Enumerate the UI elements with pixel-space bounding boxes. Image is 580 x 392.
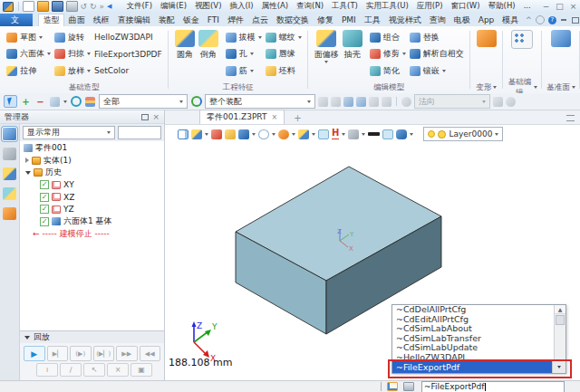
- combo-dropdown-icon[interactable]: [552, 361, 566, 373]
- menu-attribute[interactable]: 属性(A): [257, 1, 292, 12]
- role-manager-icon[interactable]: [3, 207, 16, 220]
- menu-window[interactable]: 窗口(W): [447, 1, 484, 12]
- play-step-button[interactable]: (▶): [70, 346, 92, 361]
- pick-list-icon[interactable]: [49, 96, 61, 107]
- remove-selection-icon[interactable]: −: [34, 96, 46, 107]
- tree-item-stop-marker[interactable]: ← ----- 建模停止 -----: [20, 228, 164, 241]
- curve-tool-button[interactable]: ≀: [36, 363, 58, 377]
- collapse-menu-icon[interactable]: ◀: [107, 2, 111, 11]
- file-menu-button[interactable]: 文件(F): [0, 14, 33, 26]
- expander-expanded-icon[interactable]: [25, 171, 31, 175]
- expander-collapsed-icon[interactable]: [25, 158, 29, 163]
- delete-tool-button[interactable]: ×: [107, 363, 129, 377]
- edit-tool-button[interactable]: ∕: [60, 363, 82, 377]
- tab-direct-edit[interactable]: 直接编辑: [113, 14, 154, 26]
- loft-button[interactable]: 放样: [53, 62, 92, 80]
- help-icon[interactable]: ?: [546, 15, 558, 25]
- tab-data-exchange[interactable]: 数据交换: [272, 14, 313, 26]
- menu-insert[interactable]: 插入(I): [226, 1, 257, 12]
- open-file-icon[interactable]: [37, 1, 49, 12]
- new-file-icon[interactable]: [23, 1, 34, 12]
- exit-icon[interactable]: [178, 129, 188, 139]
- face-offset-button[interactable]: 面偏移: [313, 29, 341, 63]
- layer-visibility-icon[interactable]: [428, 130, 435, 138]
- tree-item-root[interactable]: 零件001: [20, 142, 164, 155]
- redo-icon[interactable]: ↻: [90, 2, 97, 11]
- display-mode-icon[interactable]: [403, 382, 414, 391]
- file-export-3dpdf-button[interactable]: FileExport3DPDF: [92, 46, 164, 63]
- tab-repair[interactable]: 修复: [313, 14, 337, 26]
- fillet-button[interactable]: 圆角: [173, 29, 197, 61]
- image-tool-button[interactable]: ▣: [130, 363, 152, 377]
- link-icon[interactable]: [506, 97, 516, 107]
- constraint-icon-3[interactable]: [343, 97, 353, 107]
- point-pick-icon[interactable]: [225, 129, 236, 139]
- menu-file[interactable]: 文件(F): [122, 1, 157, 12]
- menu-tools[interactable]: 工具(T): [328, 1, 362, 12]
- menu-help[interactable]: 帮助(H): [484, 1, 519, 12]
- command-list-selected-row[interactable]: ~FileExportPdf: [392, 361, 566, 373]
- constraint-icon-5[interactable]: [369, 97, 379, 107]
- hex-display-icon[interactable]: [396, 129, 407, 139]
- tree-item-plane-xy[interactable]: ✓ XY: [20, 179, 164, 192]
- rib-button[interactable]: 筋: [224, 62, 264, 80]
- thread-button[interactable]: 螺纹: [264, 29, 304, 46]
- sweep-button[interactable]: 扫掠: [53, 46, 92, 63]
- tree-search-box[interactable]: [118, 126, 161, 139]
- shaded-display-icon[interactable]: [238, 129, 249, 139]
- menu-view[interactable]: 视图(V): [191, 1, 226, 12]
- constraint-icon-1[interactable]: [318, 97, 328, 107]
- menu-edit[interactable]: 编辑(E): [157, 1, 191, 12]
- constraint-icon-2[interactable]: [331, 97, 341, 107]
- tab-shape[interactable]: 造型: [38, 14, 64, 26]
- rewind-button[interactable]: ◀◀: [140, 346, 161, 361]
- menu-inquire[interactable]: 查询(N): [293, 1, 328, 12]
- tab-weldment[interactable]: 焊件: [223, 14, 247, 26]
- window-maximize-button[interactable]: □: [553, 1, 566, 12]
- anchor-icon[interactable]: [401, 97, 411, 107]
- tree-filter-combo[interactable]: 显示常用: [23, 126, 115, 139]
- command-list-item[interactable]: ~CdDelAllPrtCfg: [392, 305, 566, 315]
- zoom-window-icon[interactable]: [318, 129, 329, 139]
- filter-chart-icon[interactable]: [84, 96, 96, 107]
- checkbox-checked[interactable]: ✓: [40, 180, 49, 189]
- play-to-next-button[interactable]: ▶▏: [47, 346, 69, 361]
- new-tab-icon[interactable]: +: [294, 113, 301, 124]
- render-mode-icon[interactable]: [298, 129, 309, 139]
- section-collapse-icon[interactable]: [24, 336, 30, 339]
- normal-combo[interactable]: 法向: [414, 94, 490, 109]
- tab-point-cloud[interactable]: 点云: [247, 14, 272, 26]
- deform-button[interactable]: [475, 29, 498, 49]
- tab-app[interactable]: App: [474, 14, 498, 26]
- eraser-icon[interactable]: [211, 129, 222, 139]
- spin-view-icon[interactable]: [278, 129, 289, 139]
- constraint-icon-4[interactable]: [356, 97, 366, 107]
- command-list-item[interactable]: ~CdSimLabTransfer: [392, 334, 566, 344]
- trim-button[interactable]: 修剪: [368, 46, 408, 63]
- plane-display-icon[interactable]: [382, 129, 393, 139]
- print-icon[interactable]: [66, 1, 78, 12]
- fast-forward-button[interactable]: ▶▶: [116, 346, 138, 361]
- scroll-up-icon[interactable]: ▲: [555, 305, 566, 314]
- section-view-icon[interactable]: H: [332, 129, 339, 139]
- simplify-button[interactable]: 简化: [368, 62, 408, 80]
- selected-command-label[interactable]: ~FileExportPdf: [392, 361, 552, 373]
- pick-filter-icon[interactable]: [4, 95, 17, 108]
- menu-utilities[interactable]: 实用工具(U): [362, 1, 412, 12]
- command-list-item[interactable]: ~CdSimLabAbout: [392, 324, 566, 334]
- stock-button[interactable]: 坯料: [264, 62, 304, 80]
- visual-manager-icon[interactable]: [3, 187, 16, 200]
- tab-wireframe[interactable]: 线框: [89, 14, 113, 26]
- tab-assembly[interactable]: 装配: [154, 14, 179, 26]
- hole-button[interactable]: 孔: [224, 46, 264, 63]
- tab-tools[interactable]: 工具: [360, 14, 384, 26]
- history-manager-icon[interactable]: [3, 128, 16, 140]
- tab-list-icon[interactable]: [566, 115, 575, 121]
- datum-plane-button[interactable]: [549, 29, 573, 49]
- toolbar-overflow-icon[interactable]: »: [100, 2, 105, 11]
- tab-pmi[interactable]: PMI: [337, 14, 360, 26]
- checkbox-checked[interactable]: ✓: [40, 193, 49, 202]
- tab-close-icon[interactable]: ×: [271, 113, 277, 121]
- resolve-self-intersection-button[interactable]: 解析自相交: [408, 46, 466, 63]
- assembly-manager-icon[interactable]: [3, 148, 16, 160]
